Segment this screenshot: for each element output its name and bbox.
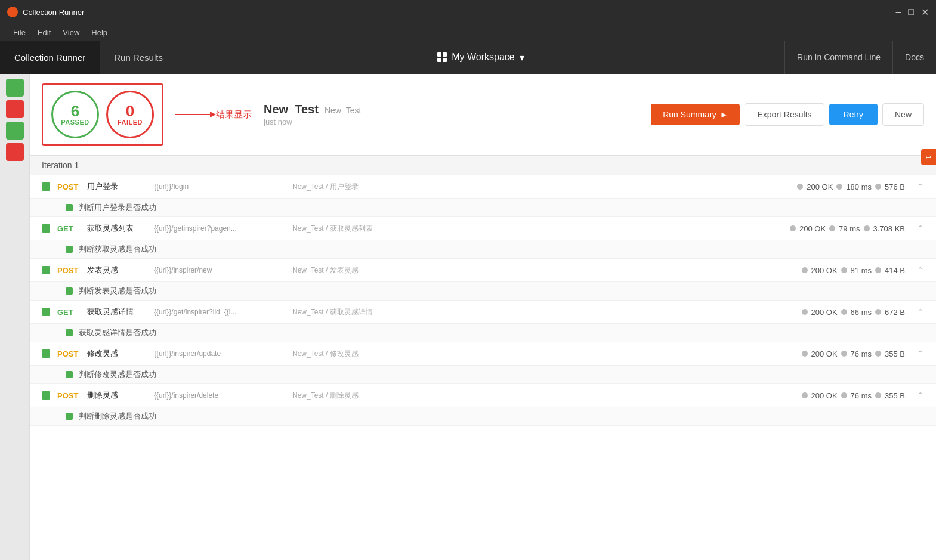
- retry-button[interactable]: Retry: [829, 104, 878, 125]
- request-indicator: [42, 349, 50, 358]
- request-size: 355 B: [885, 391, 905, 400]
- test-indicator: [66, 246, 73, 253]
- test-row: 判断发表灵感是否成功: [30, 281, 936, 300]
- run-summary-button[interactable]: Run Summary ►: [651, 104, 740, 125]
- test-row: 判断删除灵感是否成功: [30, 407, 936, 425]
- right-badge[interactable]: 1: [921, 149, 936, 165]
- request-url: {{url}}/getinspirer?pagen...: [154, 224, 285, 233]
- maximize-button[interactable]: □: [908, 7, 914, 18]
- request-group: POST 用户登录 {{url}}/login New_Test / 用户登录 …: [30, 175, 936, 217]
- status-dot-icon: [790, 225, 796, 231]
- test-indicator: [66, 287, 73, 295]
- run-actions: Run Summary ► Export Results Retry New: [651, 103, 924, 126]
- status-dot-icon: [802, 267, 808, 273]
- sidebar: [0, 74, 30, 560]
- request-collection: New_Test / 发表灵感: [292, 265, 795, 276]
- request-stats: 200 OK 76 ms 355 B: [802, 349, 905, 358]
- status-dot-icon: [802, 351, 808, 357]
- sidebar-item-green-top[interactable]: [6, 79, 24, 97]
- close-button[interactable]: ✕: [921, 7, 929, 18]
- request-collection: New_Test / 用户登录: [292, 182, 790, 192]
- export-results-button[interactable]: Export Results: [745, 103, 824, 126]
- test-indicator: [66, 329, 73, 336]
- tab-run-results[interactable]: Run Results: [100, 41, 177, 74]
- failed-card: 0 FAILED: [106, 91, 154, 138]
- table-row[interactable]: POST 用户登录 {{url}}/login New_Test / 用户登录 …: [30, 175, 936, 198]
- workspace-name: My Workspace: [452, 52, 515, 63]
- request-group: GET 获取灵感列表 {{url}}/getinspirer?pagen... …: [30, 217, 936, 259]
- test-indicator: [66, 413, 73, 420]
- status-dot-icon: [802, 392, 808, 398]
- request-size: 414 B: [885, 266, 905, 275]
- sidebar-item-red-bot[interactable]: [6, 143, 24, 161]
- sidebar-item-red[interactable]: [6, 100, 24, 118]
- expand-chevron-icon: ⌃: [917, 265, 924, 275]
- request-url: {{url}}/inspirer/delete: [154, 391, 285, 400]
- request-status: 200 OK: [807, 182, 833, 191]
- request-status: 200 OK: [799, 224, 826, 233]
- run-time: just now: [264, 117, 639, 126]
- test-name: 判断删除灵感是否成功: [79, 411, 156, 422]
- request-method: GET: [57, 224, 80, 233]
- size-dot-icon: [875, 392, 881, 398]
- menu-bar: File Edit View Help: [0, 24, 936, 41]
- request-group: POST 删除灵感 {{url}}/inspirer/delete New_Te…: [30, 384, 936, 426]
- time-dot-icon: [841, 351, 847, 357]
- expand-chevron-icon: ⌃: [917, 307, 924, 317]
- table-row[interactable]: GET 获取灵感列表 {{url}}/getinspirer?pagen... …: [30, 217, 936, 240]
- main-content: 6 PASSED 0 FAILED 结果显示 New_Test New_Test…: [0, 74, 936, 560]
- request-url: {{url}}/login: [154, 182, 285, 191]
- run-info: New_Test New_Test just now: [264, 103, 639, 126]
- request-url: {{url}}/inspirer/new: [154, 266, 285, 274]
- request-indicator: [42, 266, 50, 274]
- request-collection: New_Test / 获取灵感详情: [292, 307, 795, 317]
- annotation-text: 结果显示: [216, 109, 252, 120]
- request-status: 200 OK: [811, 391, 838, 400]
- table-row[interactable]: POST 删除灵感 {{url}}/inspirer/delete New_Te…: [30, 384, 936, 407]
- request-indicator: [42, 391, 50, 400]
- new-button[interactable]: New: [882, 103, 924, 126]
- sidebar-item-green-mid[interactable]: [6, 122, 24, 140]
- tab-collection-runner[interactable]: Collection Runner: [0, 41, 100, 74]
- result-cards: 6 PASSED 0 FAILED: [42, 83, 163, 146]
- table-row[interactable]: POST 发表灵感 {{url}}/inspirer/new New_Test …: [30, 259, 936, 281]
- test-name: 判断获取灵感是否成功: [79, 244, 156, 255]
- time-dot-icon: [841, 309, 847, 315]
- request-name: 获取灵感列表: [87, 223, 147, 234]
- request-group: GET 获取灵感详情 {{url}}/get/inspirer?iid={{i.…: [30, 301, 936, 342]
- request-time: 66 ms: [851, 308, 872, 317]
- request-time: 76 ms: [851, 349, 872, 358]
- passed-card: 6 PASSED: [51, 91, 99, 138]
- expand-chevron-icon: ⌃: [917, 224, 924, 233]
- table-row[interactable]: POST 修改灵感 {{url}}/inspirer/update New_Te…: [30, 342, 936, 365]
- minimize-button[interactable]: –: [895, 7, 901, 18]
- size-dot-icon: [875, 351, 881, 357]
- menu-help[interactable]: Help: [85, 28, 113, 37]
- request-name: 发表灵感: [87, 265, 147, 276]
- size-dot-icon: [875, 309, 881, 315]
- run-header: 6 PASSED 0 FAILED 结果显示 New_Test New_Test…: [30, 74, 936, 156]
- workspace-chevron-icon: ▾: [520, 52, 524, 63]
- menu-view[interactable]: View: [57, 28, 85, 37]
- request-stats: 200 OK 180 ms 576 B: [797, 182, 905, 191]
- workspace-selector[interactable]: My Workspace ▾: [177, 52, 784, 63]
- run-in-command-line-button[interactable]: Run In Command Line: [784, 41, 892, 74]
- size-dot-icon: [864, 225, 870, 231]
- time-dot-icon: [836, 184, 842, 190]
- request-stats: 200 OK 79 ms 3.708 KB: [790, 224, 905, 233]
- request-status: 200 OK: [811, 308, 838, 317]
- expand-chevron-icon: ⌃: [917, 391, 924, 400]
- test-name: 获取灵感详情是否成功: [79, 327, 156, 338]
- app-icon: [7, 7, 18, 17]
- menu-edit[interactable]: Edit: [32, 28, 57, 37]
- title-bar: Collection Runner – □ ✕: [0, 0, 936, 24]
- time-dot-icon: [841, 267, 847, 273]
- table-row[interactable]: GET 获取灵感详情 {{url}}/get/inspirer?iid={{i.…: [30, 301, 936, 323]
- content-area: 6 PASSED 0 FAILED 结果显示 New_Test New_Test…: [30, 74, 936, 560]
- passed-count: 6: [71, 103, 79, 119]
- docs-button[interactable]: Docs: [892, 41, 936, 74]
- menu-file[interactable]: File: [7, 28, 32, 37]
- test-row: 判断获取灵感是否成功: [30, 240, 936, 258]
- nav-bar: Collection Runner Run Results My Workspa…: [0, 41, 936, 74]
- request-url: {{url}}/inspirer/update: [154, 349, 285, 358]
